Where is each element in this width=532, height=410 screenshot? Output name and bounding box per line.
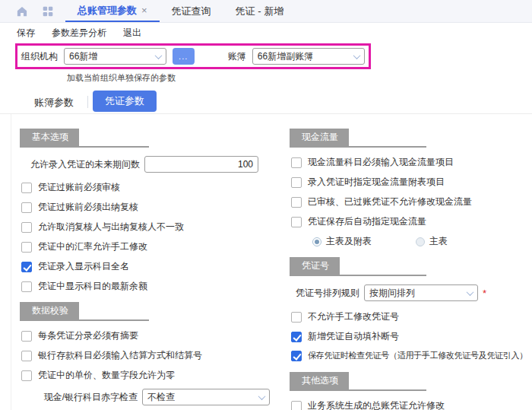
tab-label: 总账管理参数 <box>78 4 137 17</box>
org-select-value: 66新增 <box>69 50 97 63</box>
radio-label: 主表 <box>429 235 448 248</box>
voucher-no-rule-label: 凭证号排列规则 <box>290 287 359 300</box>
checkbox-label: 不允许手工修改凭证号 <box>308 310 399 323</box>
section-title: 数据校验 <box>20 302 79 319</box>
section-voucher-number: 凭证号 <box>290 257 426 276</box>
tab-book-params[interactable]: 账簿参数 <box>25 92 83 113</box>
checkbox-label: 允许取消复核人与出纳复核人不一致 <box>38 221 184 234</box>
checkbox-label: 凭证录入显示科目全名 <box>38 260 129 273</box>
checkbox-label: 业务系统生成的总账凭证允许修改 <box>308 399 445 410</box>
checkbox[interactable] <box>291 157 302 168</box>
radio-main-only[interactable]: 主表 <box>416 235 448 248</box>
section-title: 基本选项 <box>20 129 79 146</box>
checkbox-label: 银行存款科目必须输入结算方式和结算号 <box>38 349 202 362</box>
section-cash-flow: 现金流量 <box>290 129 426 148</box>
voucher-no-rule-select[interactable]: 按期间排列 <box>364 284 478 301</box>
annotation-highlight-box: 组织机构 66新增 ... 账簿 66新增副账簿 <box>15 43 371 69</box>
checkbox-label: 凭证保存后自动指定现金流量 <box>308 215 426 228</box>
checkbox-label: 凭证中的汇率允许手工修改 <box>38 240 147 253</box>
select-value: 不检查 <box>147 391 175 404</box>
tab-label: 凭证查询 <box>172 5 211 18</box>
checkbox[interactable] <box>21 183 32 193</box>
section-title: 凭证号 <box>290 257 340 275</box>
load-org-params-hint: 加载当前组织单独保存的参数 <box>67 72 532 84</box>
radio-label: 主表及附表 <box>326 235 372 248</box>
chevron-down-icon <box>467 288 474 296</box>
select-value: 按期间排列 <box>369 287 415 300</box>
checkbox-label: 现金流量科目必须输入现金流量项目 <box>308 156 454 169</box>
radio-button[interactable] <box>312 237 321 246</box>
cashflow-table-radio-group: 主表及附表 主表 <box>312 235 532 248</box>
param-tab-bar: 账簿参数 凭证参数 <box>0 91 532 114</box>
voucher-params-panel: 基本选项 允许录入凭证的未来期间数 凭证过账前必须审核 凭证过账前必须出纳复核 … <box>11 114 532 410</box>
checkbox[interactable] <box>21 242 32 253</box>
book-label: 账簿 <box>228 50 246 63</box>
tab-divider <box>87 96 88 108</box>
apps-grid-icon[interactable] <box>41 5 55 18</box>
radio-button[interactable] <box>416 237 425 246</box>
toolbar: 保存 参数差异分析 退出 <box>0 23 532 43</box>
chevron-down-icon <box>258 393 266 400</box>
future-periods-input[interactable] <box>144 156 258 173</box>
checkbox[interactable] <box>21 370 32 381</box>
cash-bank-deficit-check-label: 现金/银行科目赤字检查 <box>20 391 138 404</box>
checkbox[interactable] <box>21 222 32 233</box>
chevron-down-icon <box>353 52 361 59</box>
checkbox[interactable] <box>291 217 302 227</box>
section-other-options: 其他选项 <box>290 372 426 391</box>
checkbox-label: 凭证中显示科目的最新余额 <box>38 280 147 293</box>
checkbox-label: 录入凭证时指定现金流量附表项目 <box>308 176 445 189</box>
tab-gl-parameters[interactable]: 总账管理参数 × <box>65 0 160 22</box>
checkbox[interactable] <box>291 197 302 208</box>
future-periods-label: 允许录入凭证的未来期间数 <box>20 158 140 171</box>
checkbox[interactable] <box>291 312 302 323</box>
checkbox-label: 凭证过账前必须出纳复核 <box>38 201 138 214</box>
org-browse-button[interactable]: ... <box>173 48 195 65</box>
section-data-validation: 数据校验 <box>20 302 149 321</box>
checkbox-label: 保存凭证时检查凭证号（适用于手工修改凭证号及凭证引入） <box>308 350 527 361</box>
radio-main-and-appendix[interactable]: 主表及附表 <box>312 235 372 248</box>
tab-voucher-new[interactable]: 凭证 - 新增 <box>223 0 296 22</box>
home-icon[interactable] <box>15 5 29 18</box>
checkbox-label: 凭证过账前必须审核 <box>38 181 120 194</box>
org-label: 组织机构 <box>21 50 58 63</box>
section-basic-options: 基本选项 <box>20 129 149 148</box>
tab-voucher-query[interactable]: 凭证查询 <box>160 0 223 22</box>
required-mark: * <box>483 288 486 299</box>
book-select[interactable]: 66新增副账簿 <box>252 48 365 65</box>
checkbox[interactable] <box>21 202 32 213</box>
org-select[interactable]: 66新增 <box>64 48 166 65</box>
checkbox[interactable] <box>21 262 32 272</box>
checkbox[interactable] <box>21 331 32 342</box>
exit-button[interactable]: 退出 <box>123 27 141 40</box>
checkbox[interactable] <box>21 351 32 361</box>
checkbox[interactable] <box>291 177 302 188</box>
cash-bank-deficit-check-select[interactable]: 不检查 <box>142 389 270 405</box>
top-tab-bar: 总账管理参数 × 凭证查询 凭证 - 新增 <box>0 0 532 23</box>
right-column: 现金流量 现金流量科目必须输入现金流量项目 录入凭证时指定现金流量附表项目 已审… <box>279 124 532 410</box>
tab-voucher-params[interactable]: 凭证参数 <box>93 91 157 112</box>
section-title: 其他选项 <box>290 372 349 389</box>
checkbox[interactable] <box>291 332 302 342</box>
checkbox-label: 新增凭证自动填补断号 <box>308 330 399 343</box>
tab-label: 凭证 - 新增 <box>236 5 284 18</box>
book-select-value: 66新增副账簿 <box>258 50 313 63</box>
chevron-down-icon <box>154 52 162 59</box>
checkbox-label: 每条凭证分录必须有摘要 <box>38 329 138 342</box>
param-diff-analysis-button[interactable]: 参数差异分析 <box>52 27 106 40</box>
checkbox[interactable] <box>291 401 302 410</box>
checkbox[interactable] <box>291 351 302 361</box>
section-title: 现金流量 <box>290 129 349 146</box>
checkbox[interactable] <box>21 281 32 292</box>
checkbox-label: 凭证中的单价、数量字段允许为零 <box>38 369 175 382</box>
save-button[interactable]: 保存 <box>17 27 35 40</box>
left-column: 基本选项 允许录入凭证的未来期间数 凭证过账前必须审核 凭证过账前必须出纳复核 … <box>11 124 279 410</box>
close-tab-icon[interactable]: × <box>141 5 147 16</box>
checkbox-label: 已审核、已过账凭证不允许修改现金流量 <box>308 195 472 208</box>
